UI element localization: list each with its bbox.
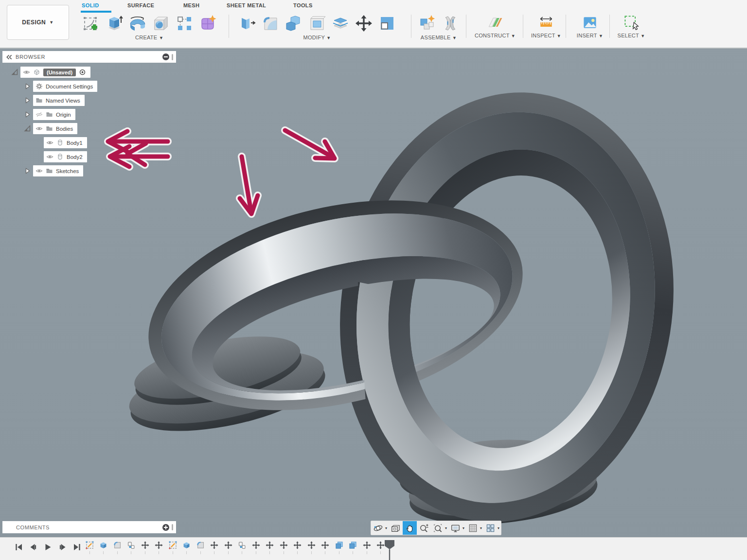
timeline-feature-fillet[interactable] bbox=[194, 541, 208, 554]
visibility-eye-off-icon[interactable] bbox=[36, 111, 43, 118]
orbit-dropdown-caret[interactable]: ▾ bbox=[385, 521, 389, 535]
shell-icon[interactable] bbox=[307, 14, 327, 33]
rectangular-pattern-icon[interactable] bbox=[175, 14, 194, 33]
tree-row-document-settings[interactable]: Document Settings bbox=[2, 81, 176, 92]
inspect-dropdown[interactable]: INSPECT ▼ bbox=[529, 33, 563, 38]
assemble-dropdown[interactable]: ASSEMBLE ▼ bbox=[414, 35, 463, 40]
zoom-fit-icon[interactable] bbox=[431, 521, 445, 535]
comments-panel[interactable]: COMMENTS bbox=[2, 521, 176, 533]
pan-icon[interactable] bbox=[403, 521, 417, 535]
timeline-feature-combine[interactable] bbox=[346, 541, 360, 554]
extrude-icon[interactable] bbox=[105, 14, 124, 33]
timeline-feature-move[interactable] bbox=[152, 541, 166, 554]
tab-mesh[interactable]: MESH bbox=[183, 2, 199, 8]
timeline-feature-combine[interactable] bbox=[332, 541, 346, 554]
timeline-feature-move[interactable] bbox=[304, 541, 319, 554]
visibility-eye-icon[interactable] bbox=[36, 167, 43, 175]
collapsed-triangle-icon[interactable] bbox=[24, 97, 31, 104]
grid-icon[interactable] bbox=[466, 521, 480, 535]
tab-sheet-metal[interactable]: SHEET METAL bbox=[227, 2, 266, 8]
timeline-feature-copy[interactable] bbox=[124, 541, 139, 554]
document-name[interactable]: (Unsaved) bbox=[43, 69, 76, 76]
display-settings-dropdown-caret[interactable]: ▾ bbox=[462, 521, 466, 535]
visibility-eye-icon[interactable] bbox=[36, 125, 43, 132]
expanded-triangle-icon[interactable] bbox=[24, 125, 31, 132]
timeline-position-marker[interactable] bbox=[384, 540, 395, 560]
look-at-icon[interactable] bbox=[389, 521, 403, 535]
timeline-feature-move[interactable] bbox=[291, 541, 305, 554]
timeline-feature-move[interactable] bbox=[277, 541, 291, 554]
go-to-start-button[interactable] bbox=[14, 542, 24, 552]
orbit-icon[interactable] bbox=[371, 521, 385, 535]
viewports-dropdown-caret[interactable]: ▾ bbox=[498, 521, 501, 535]
fillet-icon[interactable] bbox=[261, 14, 280, 33]
design-menu-button[interactable]: DESIGN ▼ bbox=[7, 5, 69, 40]
visibility-eye-icon[interactable] bbox=[23, 69, 30, 76]
press-pull-icon[interactable] bbox=[237, 14, 257, 33]
tree-row-named-views[interactable]: Named Views bbox=[2, 95, 176, 106]
visibility-eye-icon[interactable] bbox=[46, 153, 53, 160]
timeline-feature-move[interactable] bbox=[360, 541, 374, 554]
viewports-icon[interactable] bbox=[483, 521, 498, 535]
grid-dropdown-caret[interactable]: ▾ bbox=[480, 521, 483, 535]
collapsed-triangle-icon[interactable] bbox=[24, 111, 31, 118]
timeline-feature-fillet[interactable] bbox=[110, 541, 124, 554]
expanded-triangle-icon[interactable] bbox=[11, 69, 18, 76]
tab-surface[interactable]: SURFACE bbox=[127, 2, 154, 8]
offset-face-icon[interactable] bbox=[377, 14, 397, 33]
timeline-feature-sketch[interactable] bbox=[166, 541, 180, 554]
timeline-feature-extrude[interactable] bbox=[180, 541, 194, 554]
create-dropdown[interactable]: CREATE ▼ bbox=[79, 35, 220, 40]
visibility-eye-icon[interactable] bbox=[46, 139, 53, 146]
tree-row-root[interactable]: (Unsaved) bbox=[2, 67, 176, 78]
play-button[interactable] bbox=[43, 542, 53, 552]
remove-panel-icon[interactable] bbox=[162, 53, 169, 60]
add-comment-icon[interactable] bbox=[162, 524, 169, 531]
select-dropdown[interactable]: SELECT ▼ bbox=[614, 33, 649, 38]
revolve-icon[interactable] bbox=[128, 14, 147, 33]
zoom-fit-dropdown-caret[interactable]: ▾ bbox=[445, 521, 448, 535]
joint-icon[interactable] bbox=[441, 14, 460, 33]
display-settings-icon[interactable] bbox=[448, 521, 462, 535]
step-forward-button[interactable] bbox=[57, 542, 68, 552]
timeline-feature-extrude[interactable] bbox=[97, 541, 111, 554]
create-form-icon[interactable] bbox=[198, 14, 217, 33]
tree-row-body2[interactable]: Body2 bbox=[2, 151, 176, 162]
split-body-icon[interactable] bbox=[331, 14, 350, 33]
timeline-feature-move[interactable] bbox=[138, 541, 152, 554]
collapse-panel-icon[interactable] bbox=[5, 53, 13, 61]
timeline-feature-move[interactable] bbox=[249, 541, 263, 554]
tree-row-bodies[interactable]: Bodies bbox=[2, 123, 176, 134]
new-component-icon[interactable] bbox=[417, 14, 437, 33]
measure-icon[interactable] bbox=[537, 14, 555, 31]
timeline-feature-copy[interactable] bbox=[235, 541, 249, 554]
panel-drag-handle[interactable] bbox=[172, 524, 173, 530]
tab-tools[interactable]: TOOLS bbox=[293, 2, 313, 8]
timeline-feature-move[interactable] bbox=[319, 541, 333, 554]
select-window-icon[interactable] bbox=[622, 14, 640, 31]
tree-row-sketches[interactable]: Sketches bbox=[2, 165, 176, 176]
timeline-feature-move[interactable] bbox=[221, 541, 235, 554]
collapsed-triangle-icon[interactable] bbox=[24, 83, 31, 90]
timeline-feature-sketch[interactable] bbox=[83, 541, 97, 554]
tab-solid[interactable]: SOLID bbox=[82, 2, 99, 8]
activate-radio-icon[interactable] bbox=[79, 69, 86, 76]
construction-plane-icon[interactable] bbox=[486, 14, 504, 31]
create-sketch-icon[interactable] bbox=[81, 14, 101, 33]
combine-icon[interactable] bbox=[284, 14, 303, 33]
tree-row-origin[interactable]: Origin bbox=[2, 109, 176, 120]
go-to-end-button[interactable] bbox=[72, 542, 82, 552]
insert-image-icon[interactable] bbox=[581, 14, 599, 31]
step-back-button[interactable] bbox=[28, 542, 38, 552]
collapsed-triangle-icon[interactable] bbox=[24, 167, 31, 175]
tree-row-body1[interactable]: Body1 bbox=[2, 137, 176, 148]
timeline-feature-move[interactable] bbox=[208, 541, 222, 554]
move-copy-icon[interactable] bbox=[354, 14, 374, 33]
panel-drag-handle[interactable] bbox=[172, 54, 173, 60]
insert-dropdown[interactable]: INSERT ▼ bbox=[573, 33, 607, 38]
hole-icon[interactable] bbox=[151, 14, 171, 33]
modify-dropdown[interactable]: MODIFY ▼ bbox=[232, 35, 402, 40]
construct-dropdown[interactable]: CONSTRUCT ▼ bbox=[474, 33, 516, 38]
zoom-icon[interactable] bbox=[417, 521, 431, 535]
timeline-feature-move[interactable] bbox=[263, 541, 277, 554]
